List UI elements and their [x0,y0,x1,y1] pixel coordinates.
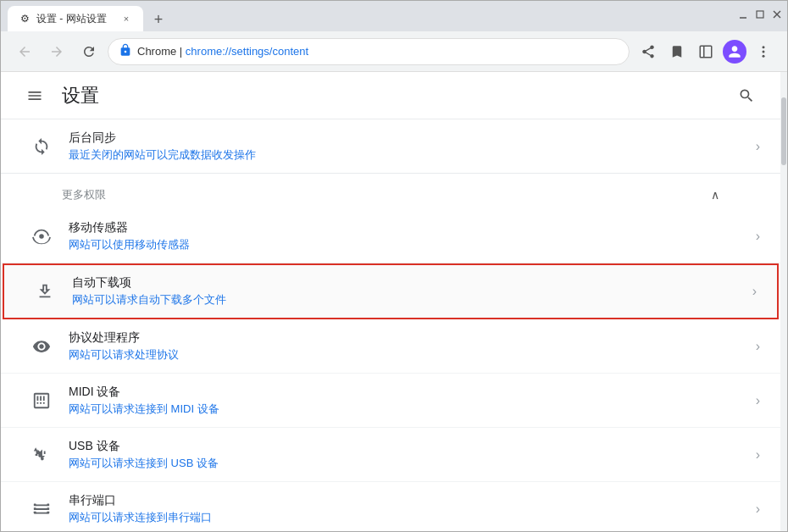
protocol-title: 协议处理程序 [69,330,756,346]
url-chrome-part: Chrome [137,45,176,58]
svg-rect-14 [47,507,49,510]
bookmark-button[interactable] [663,38,691,65]
svg-rect-11 [34,507,36,510]
content-body: 后台同步 最近关闭的网站可以完成数据收发操作 › 更多权限 ∧ 移 [1,119,780,531]
usb-content: USB 设备 网站可以请求连接到 USB 设备 [69,439,756,471]
tab-favicon: ⚙ [18,12,31,25]
tab-strip: ⚙ 设置 - 网站设置 × + [1,6,736,31]
svg-point-9 [39,234,44,239]
settings-header: 设置 [1,72,780,119]
protocol-arrow: › [756,339,760,354]
more-permissions-header: 更多权限 ∧ [1,174,780,209]
more-permissions-label: 更多权限 [62,187,106,202]
search-button[interactable] [733,82,760,109]
download-icon [25,282,65,301]
usb-title: USB 设备 [69,439,756,454]
sensor-subtitle: 网站可以使用移动传感器 [69,237,756,252]
download-title: 自动下载项 [72,275,752,291]
list-item-sync[interactable]: 后台同步 最近关闭的网站可以完成数据收发操作 › [1,119,780,174]
list-item-serial[interactable]: 串行端口 网站可以请求连接到串行端口 › [1,482,780,531]
window-restore-icon[interactable] [753,8,767,21]
svg-rect-10 [34,503,36,506]
sidebar-button[interactable] [692,38,719,65]
usb-subtitle: 网站可以请求连接到 USB 设备 [69,456,756,471]
window-controls [736,8,787,31]
sync-title: 后台同步 [69,130,756,146]
download-content: 自动下载项 网站可以请求自动下载多个文件 [72,275,752,308]
back-button[interactable] [11,38,38,65]
hamburger-button[interactable] [21,82,48,109]
url-text: Chrome | chrome://settings/content [137,45,619,58]
svg-point-6 [763,46,765,48]
reload-button[interactable] [75,38,103,65]
protocol-content: 协议处理程序 网站可以请求处理协议 [69,330,756,363]
menu-button[interactable] [750,38,777,65]
protocol-icon [21,337,62,356]
browser-frame: ⚙ 设置 - 网站设置 × + [0,0,788,532]
more-permissions-toggle[interactable]: ∧ [711,188,719,202]
lock-icon [119,43,132,59]
download-arrow: › [752,284,757,299]
title-bar: ⚙ 设置 - 网站设置 × + [1,1,787,31]
usb-icon [21,446,62,464]
settings-title: 设置 [62,83,99,108]
forward-button[interactable] [43,38,70,65]
tab-title: 设置 - 网站设置 [36,12,114,26]
svg-rect-12 [34,511,36,513]
scrollbar-thumb[interactable] [781,97,786,165]
scrollbar-track[interactable] [780,72,787,531]
toolbar-end-buttons [635,38,777,65]
list-item-midi[interactable]: MIDI 设备 网站可以请求连接到 MIDI 设备 › [1,374,780,428]
sync-arrow: › [756,139,760,154]
midi-icon [21,391,62,410]
list-item-usb[interactable]: USB 设备 网站可以请求连接到 USB 设备 › [1,428,780,482]
svg-rect-4 [700,46,712,58]
sensor-content: 移动传感器 网站可以使用移动传感器 [69,220,756,252]
toolbar: Chrome | chrome://settings/content [1,31,787,72]
protocol-subtitle: 网站可以请求处理协议 [69,347,756,363]
svg-rect-1 [757,11,763,18]
tab-close-button[interactable]: × [119,12,133,25]
url-path: chrome://settings/content [186,45,308,58]
new-tab-button[interactable]: + [147,8,170,31]
svg-rect-13 [47,503,49,506]
sensor-title: 移动传感器 [69,220,756,236]
settings-area: 设置 后台同步 最近关闭的网站可以完成数据收发操作 › [1,72,787,531]
profile-avatar[interactable] [723,40,746,64]
list-item-sensor[interactable]: 移动传感器 网站可以使用移动传感器 › [1,209,780,263]
svg-rect-15 [47,511,49,513]
midi-title: MIDI 设备 [69,385,756,400]
sensor-icon [21,227,62,246]
usb-arrow: › [756,447,760,463]
sync-content: 后台同步 最近关闭的网站可以完成数据收发操作 [69,130,756,163]
active-tab[interactable]: ⚙ 设置 - 网站设置 × [8,6,143,31]
sync-subtitle: 最近关闭的网站可以完成数据收发操作 [69,147,756,163]
serial-title: 串行端口 [69,493,756,508]
midi-arrow: › [756,393,760,408]
list-item-download[interactable]: 自动下载项 网站可以请求自动下载多个文件 › [3,263,779,319]
svg-point-7 [763,50,765,53]
serial-subtitle: 网站可以请求连接到串行端口 [69,510,756,525]
serial-icon [21,500,62,518]
settings-main: 设置 后台同步 最近关闭的网站可以完成数据收发操作 › [1,72,780,531]
share-button[interactable] [635,38,662,65]
list-item-protocol[interactable]: 协议处理程序 网站可以请求处理协议 › [1,319,780,374]
serial-arrow: › [756,502,760,517]
window-close-icon[interactable] [770,8,784,21]
sensor-arrow: › [756,229,760,244]
sync-icon [21,137,62,156]
window-minimize-icon[interactable] [736,8,750,21]
address-bar[interactable]: Chrome | chrome://settings/content [108,38,630,65]
svg-point-8 [763,54,765,57]
midi-subtitle: 网站可以请求连接到 MIDI 设备 [69,402,756,417]
download-subtitle: 网站可以请求自动下载多个文件 [72,292,752,308]
serial-content: 串行端口 网站可以请求连接到串行端口 [69,493,756,525]
midi-content: MIDI 设备 网站可以请求连接到 MIDI 设备 [69,385,756,417]
